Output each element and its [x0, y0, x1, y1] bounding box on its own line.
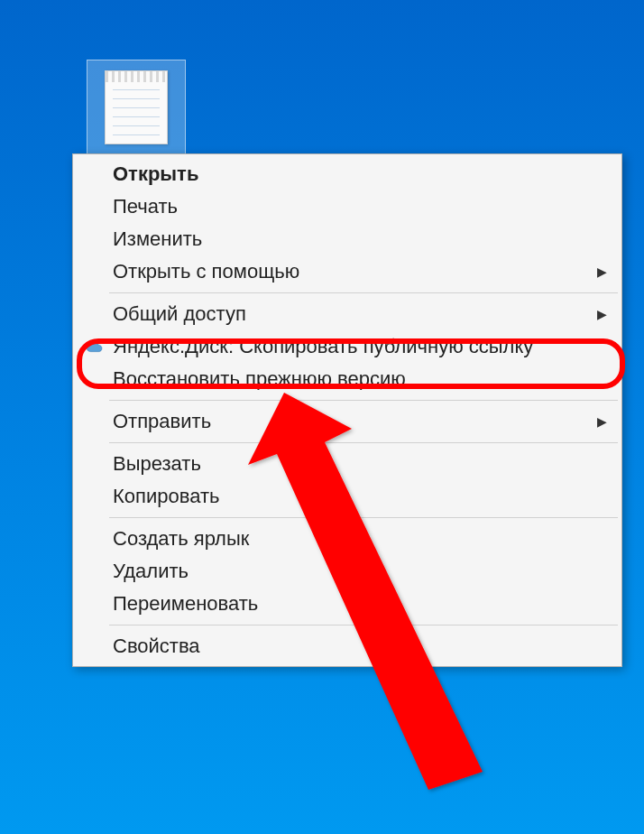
icon-slot-empty: [82, 454, 107, 474]
icon-slot-empty: [82, 561, 107, 581]
icon-slot-empty: [82, 369, 107, 389]
menu-label: Общий доступ: [113, 302, 597, 326]
menu-label: Яндекс.Диск: Скопировать публичную ссылк…: [113, 335, 612, 358]
desktop-file-selected[interactable]: [87, 60, 186, 154]
menu-separator: [109, 517, 618, 518]
menu-label: Отправить: [113, 410, 597, 433]
menu-properties[interactable]: Свойства: [75, 630, 620, 663]
menu-cut[interactable]: Вырезать: [75, 448, 620, 480]
menu-separator: [109, 292, 618, 293]
context-menu: Открыть Печать Изменить Открыть с помощь…: [72, 153, 622, 667]
menu-create-shortcut[interactable]: Создать ярлык: [75, 523, 620, 555]
chevron-right-icon: ▶: [597, 414, 607, 429]
menu-label: Свойства: [113, 635, 612, 658]
icon-slot-empty: [82, 529, 107, 549]
chevron-right-icon: ▶: [597, 307, 607, 321]
menu-copy[interactable]: Копировать: [75, 480, 620, 513]
menu-print[interactable]: Печать: [75, 190, 620, 223]
menu-separator: [109, 625, 618, 626]
cloud-icon: [82, 337, 107, 357]
menu-label: Изменить: [113, 227, 612, 251]
icon-slot-empty: [82, 636, 107, 656]
notepad-file-icon: [105, 70, 168, 144]
menu-separator: [109, 442, 618, 443]
icon-slot-empty: [82, 164, 107, 184]
icon-slot-empty: [82, 486, 107, 506]
menu-share[interactable]: Общий доступ ▶: [75, 298, 620, 330]
menu-rename[interactable]: Переименовать: [75, 588, 620, 620]
menu-yandex-disk-copy-link[interactable]: Яндекс.Диск: Скопировать публичную ссылк…: [75, 330, 620, 363]
menu-label: Открыть с помощью: [113, 260, 597, 283]
menu-label: Создать ярлык: [113, 527, 612, 551]
menu-open-with[interactable]: Открыть с помощью ▶: [75, 255, 620, 288]
icon-slot-empty: [82, 262, 107, 282]
icon-slot-empty: [82, 197, 107, 217]
menu-edit[interactable]: Изменить: [75, 223, 620, 255]
menu-delete[interactable]: Удалить: [75, 555, 620, 588]
icon-slot-empty: [82, 412, 107, 431]
menu-restore-version[interactable]: Восстановить прежнюю версию: [75, 363, 620, 395]
menu-send-to[interactable]: Отправить ▶: [75, 405, 620, 438]
menu-label: Копировать: [113, 485, 612, 508]
icon-slot-empty: [82, 304, 107, 324]
menu-label: Печать: [113, 195, 612, 218]
menu-label: Восстановить прежнюю версию: [113, 367, 612, 391]
menu-label: Переименовать: [113, 592, 612, 616]
icon-slot-empty: [82, 229, 107, 249]
chevron-right-icon: ▶: [597, 264, 607, 279]
menu-label: Открыть: [113, 162, 612, 186]
menu-label: Удалить: [113, 560, 612, 583]
menu-separator: [109, 400, 618, 401]
menu-label: Вырезать: [113, 452, 612, 476]
icon-slot-empty: [82, 594, 107, 614]
desktop[interactable]: Открыть Печать Изменить Открыть с помощь…: [0, 0, 644, 834]
menu-open[interactable]: Открыть: [75, 158, 620, 190]
